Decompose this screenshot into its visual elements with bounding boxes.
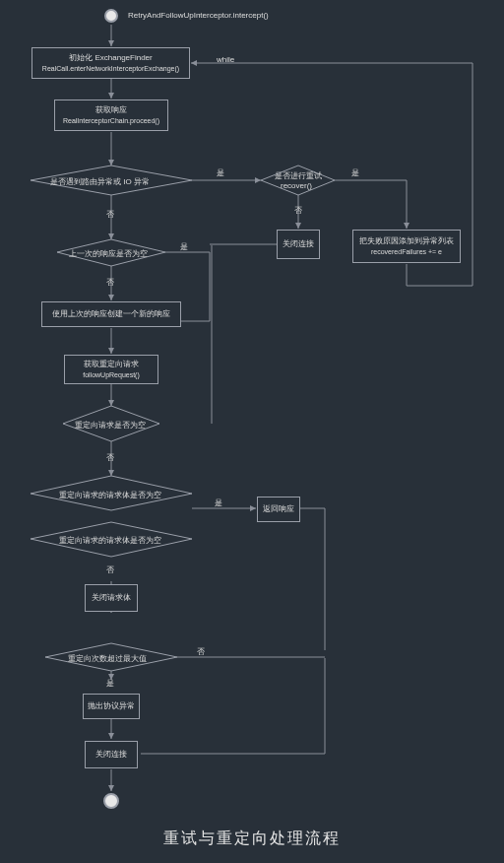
dec-io-label: 是否遇到路由异常或 IO 异常	[50, 176, 150, 187]
dec-body-label2: 重定向请求的请求体是否为空	[59, 535, 161, 546]
init-line1: 初始化 ExchangeFinder	[69, 53, 152, 64]
add-fail-l1: 把失败原因添加到异常列表	[359, 236, 454, 247]
edge-no-6: 否	[197, 646, 205, 657]
svg-marker-39	[108, 295, 114, 300]
box-proceed: 获取响应 RealInterceptorChain.proceed()	[54, 100, 168, 131]
dec-body-label: 重定向请求的请求体是否为空	[59, 490, 161, 500]
box-build-new: 使用上次的响应创建一个新的响应	[41, 301, 181, 327]
box-close-conn2: 关闭连接	[85, 741, 138, 768]
svg-marker-37	[295, 223, 301, 229]
close-conn2-text: 关闭连接	[95, 750, 127, 761]
edge-no-3: 否	[106, 277, 114, 288]
dec-prev-label: 上一次的响应是否为空	[69, 248, 148, 259]
followup-l2: followUpRequest()	[83, 370, 140, 379]
dec-retry-l1: 是否进行重试	[275, 170, 322, 181]
svg-marker-32	[108, 40, 114, 46]
svg-marker-35	[108, 233, 114, 239]
close-conn-text: 关闭连接	[283, 239, 314, 250]
box-init: 初始化 ExchangeFinder RealCall.enterNetwork…	[32, 47, 190, 79]
start-label: RetryAndFollowUpInterceptor.intercept()	[128, 11, 269, 20]
box-throw-proto: 抛出协议异常	[83, 694, 140, 719]
box-add-failure: 把失败原因添加到异常列表 recoveredFailures += e	[352, 230, 461, 263]
svg-marker-45	[250, 505, 256, 511]
edge-no-5: 否	[106, 564, 114, 575]
proceed-line2: RealInterceptorChain.proceed()	[63, 116, 159, 125]
throw-proto-text: 抛出协议异常	[88, 701, 135, 712]
svg-marker-33	[108, 93, 114, 99]
svg-marker-42	[108, 400, 114, 406]
dec-max-label: 重定向次数超过最大值	[68, 653, 147, 664]
proceed-line1: 获取响应	[95, 105, 127, 116]
edge-yes-4: 是	[215, 498, 222, 508]
edge-yes-2: 是	[351, 167, 359, 178]
svg-marker-34	[108, 160, 114, 166]
end-node	[103, 793, 119, 809]
edge-while: while	[217, 55, 234, 64]
add-fail-l2: recoveredFailures += e	[371, 247, 442, 256]
build-new-text: 使用上次的响应创建一个新的响应	[52, 309, 170, 320]
dec-retry-l2: recover()	[281, 181, 312, 190]
svg-marker-50	[191, 60, 197, 66]
diagram-title: 重试与重定向处理流程	[0, 829, 504, 849]
svg-marker-38	[404, 223, 410, 229]
edge-no-1: 否	[106, 209, 114, 220]
box-followup: 获取重定向请求 followUpRequest()	[64, 355, 158, 384]
box-close-conn: 关闭连接	[277, 230, 320, 259]
edge-yes-5: 是	[106, 678, 114, 689]
svg-marker-41	[108, 348, 114, 354]
close-body-text: 关闭请求体	[92, 593, 131, 604]
edge-yes-1: 是	[217, 167, 224, 178]
svg-marker-49	[108, 785, 114, 791]
svg-marker-43	[108, 470, 114, 476]
dec-fu-null-label: 重定向请求是否为空	[75, 420, 146, 431]
edge-no-4: 否	[106, 452, 114, 463]
followup-l1: 获取重定向请求	[84, 360, 139, 370]
start-node	[104, 9, 118, 23]
return-resp-text: 返回响应	[263, 504, 294, 515]
init-line2: RealCall.enterNetworkInterceptorExchange…	[42, 64, 179, 73]
box-return-resp: 返回响应	[257, 497, 300, 522]
box-close-body: 关闭请求体	[85, 584, 138, 612]
svg-marker-48	[108, 733, 114, 739]
edge-yes-3: 是	[180, 241, 188, 252]
edge-no-2: 否	[294, 205, 302, 216]
